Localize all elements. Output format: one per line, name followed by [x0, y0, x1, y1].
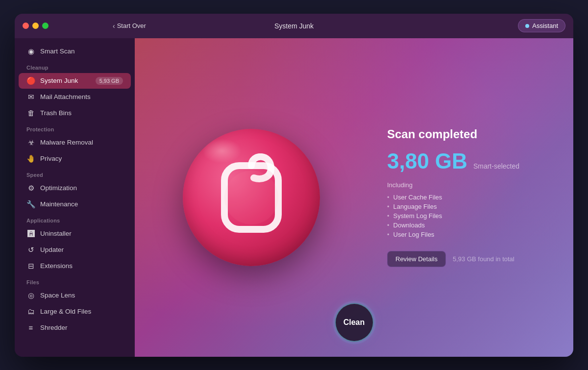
sidebar-item-label: Uninstaller: [40, 230, 72, 237]
clean-button-wrapper: Clean: [335, 303, 374, 342]
sidebar-item-label: Large & Old Files: [40, 308, 91, 315]
sidebar-item-system-junk[interactable]: 🔴 System Junk 5,93 GB: [19, 73, 131, 89]
size-number: 3,80 GB: [387, 149, 467, 173]
updater-icon: ↺: [26, 246, 35, 254]
sidebar-item-label: Malware Removal: [40, 139, 93, 146]
sidebar-item-trash-bins[interactable]: 🗑 Trash Bins: [19, 105, 131, 121]
space-lens-icon: ◎: [26, 291, 35, 300]
maximize-button[interactable]: [42, 23, 49, 29]
logo-svg: [207, 153, 295, 242]
review-row: Review Details 5,93 GB found in total: [387, 251, 554, 267]
sidebar-item-label: Extensions: [40, 262, 73, 270]
cleanup-section-label: Cleanup: [15, 60, 135, 73]
sidebar-item-optimization[interactable]: ⚙ Optimization: [19, 180, 131, 196]
smart-scan-icon: ◉: [26, 47, 35, 56]
sidebar-item-mail-attachments[interactable]: ✉ Mail Attachments: [19, 89, 131, 105]
title-bar-center: System Junk: [274, 22, 314, 30]
sidebar-item-updater[interactable]: ↺ Updater: [19, 242, 131, 258]
shredder-icon: ≡: [26, 323, 35, 332]
back-button[interactable]: ‹ Start Over: [113, 22, 146, 30]
list-item: User Log Files: [387, 230, 554, 239]
trash-icon: 🗑: [26, 109, 35, 118]
smart-selected-label: Smart-selected: [473, 162, 519, 170]
sidebar-item-extensions[interactable]: ⊟ Extensions: [19, 258, 131, 274]
list-item: User Cache Files: [387, 193, 554, 202]
main-content: Scan completed 3,80 GB Smart-selected In…: [135, 38, 573, 357]
system-junk-icon: 🔴: [26, 76, 35, 85]
protection-section-label: Protection: [15, 122, 135, 134]
speed-section-label: Speed: [15, 167, 135, 180]
sidebar-item-label: Maintenance: [40, 200, 78, 208]
sidebar-item-smart-scan[interactable]: ◉ Smart Scan: [19, 44, 131, 59]
sidebar-item-malware-removal[interactable]: ☣ Malware Removal: [19, 135, 131, 150]
sidebar-item-uninstaller[interactable]: 🅰 Uninstaller: [19, 226, 131, 242]
scan-completed-text: Scan completed: [387, 127, 554, 141]
content-area: ◉ Smart Scan Cleanup 🔴 System Junk 5,93 …: [15, 38, 573, 357]
minimize-button[interactable]: [32, 23, 39, 29]
sidebar-item-label: Space Lens: [40, 292, 75, 299]
assistant-dot-icon: [525, 24, 529, 28]
assistant-button[interactable]: Assistant: [518, 19, 565, 32]
list-item: Language Files: [387, 202, 554, 211]
size-display: 3,80 GB Smart-selected: [387, 149, 554, 173]
applications-section-label: Applications: [15, 213, 135, 225]
file-list: User Cache Files Language Files System L…: [387, 193, 554, 239]
sidebar-item-space-lens[interactable]: ◎ Space Lens: [19, 288, 131, 303]
sidebar-item-label: Optimization: [40, 184, 77, 192]
sidebar-item-label: Trash Bins: [40, 109, 72, 117]
info-section: Scan completed 3,80 GB Smart-selected In…: [387, 118, 573, 277]
close-button[interactable]: [23, 23, 29, 29]
extensions-icon: ⊟: [26, 262, 35, 271]
sidebar-item-label: Updater: [40, 246, 64, 253]
maintenance-icon: 🔧: [26, 200, 35, 209]
list-item: System Log Files: [387, 211, 554, 221]
traffic-lights: [23, 23, 49, 29]
sidebar-item-label: Shredder: [40, 324, 68, 331]
including-label: Including: [387, 181, 554, 189]
sidebar-item-privacy[interactable]: 🤚 Privacy: [19, 151, 131, 167]
assistant-label: Assistant: [532, 22, 558, 29]
optimization-icon: ⚙: [26, 184, 35, 193]
sidebar-item-shredder[interactable]: ≡ Shredder: [19, 320, 131, 336]
malware-icon: ☣: [26, 138, 35, 147]
logo-section: [135, 129, 368, 266]
window-title: System Junk: [274, 22, 314, 30]
app-window: ‹ Start Over System Junk Assistant ◉ Sma…: [15, 14, 573, 357]
list-item: Downloads: [387, 221, 554, 230]
mail-icon: ✉: [26, 93, 35, 101]
clean-button[interactable]: Clean: [335, 303, 374, 342]
sidebar-item-label: Privacy: [40, 155, 62, 162]
review-details-button[interactable]: Review Details: [387, 251, 446, 267]
app-logo: [183, 129, 320, 266]
system-junk-badge: 5,93 GB: [96, 77, 123, 85]
sidebar-item-label: System Junk: [40, 77, 78, 84]
large-files-icon: 🗂: [26, 307, 35, 316]
found-total-text: 5,93 GB found in total: [453, 255, 514, 263]
sidebar-item-maintenance[interactable]: 🔧 Maintenance: [19, 197, 131, 212]
sidebar: ◉ Smart Scan Cleanup 🔴 System Junk 5,93 …: [15, 38, 135, 357]
back-label: Start Over: [117, 22, 146, 29]
files-section-label: Files: [15, 274, 135, 287]
sidebar-item-label: Mail Attachments: [40, 93, 91, 100]
title-bar: ‹ Start Over System Junk Assistant: [15, 14, 573, 38]
privacy-icon: 🤚: [26, 154, 35, 163]
sidebar-item-label: Smart Scan: [40, 48, 75, 55]
sidebar-item-large-old-files[interactable]: 🗂 Large & Old Files: [19, 304, 131, 320]
uninstaller-icon: 🅰: [26, 229, 35, 238]
svg-point-1: [224, 171, 278, 224]
back-chevron-icon: ‹: [113, 22, 115, 30]
